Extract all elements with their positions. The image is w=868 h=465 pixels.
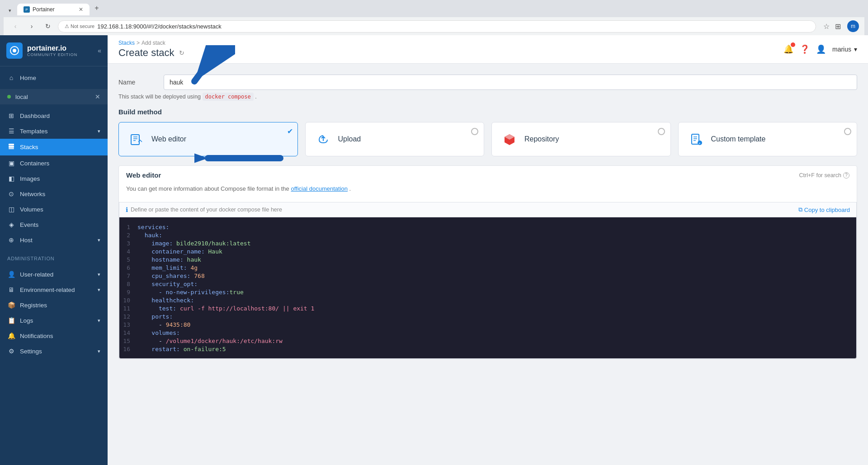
topbar-right: 🔔 ❓ 👤 marius ▾: [783, 44, 857, 54]
environment-related-icon: 🖥: [7, 286, 15, 293]
sidebar-collapse-btn[interactable]: «: [98, 47, 101, 54]
breadcrumb-stacks-link[interactable]: Stacks: [118, 40, 135, 46]
app-container: portainer.io community edition « ⌂ Home …: [0, 35, 868, 465]
line-code: healthcheck:: [137, 297, 856, 304]
env-close-btn[interactable]: ✕: [95, 93, 100, 100]
templates-icon: ☰: [7, 127, 15, 135]
logo-text: portainer.io: [27, 44, 77, 52]
sidebar-item-user-related[interactable]: 👤 User-related ▾: [0, 267, 108, 282]
breadcrumb: Stacks > Add stack: [118, 40, 184, 46]
line-code: image: bilde2910/hauk:latest: [137, 240, 856, 247]
sidebar-item-logs[interactable]: 📋 Logs ▾: [0, 313, 108, 328]
sidebar-item-containers[interactable]: ▣ Containers: [0, 155, 108, 171]
sidebar-item-label-templates: Templates: [20, 128, 48, 135]
sidebar-item-label-volumes: Volumes: [20, 206, 43, 213]
line-number: 11: [119, 305, 137, 312]
line-code: volumes:: [137, 329, 856, 336]
browser-chrome: ▾ P Portainer ✕ + ‹ › ↻ ⚠ Not secure 192…: [0, 0, 868, 35]
line-number: 10: [119, 297, 137, 304]
code-line: 5 hostname: hauk: [119, 255, 856, 263]
sidebar-item-label-containers: Containers: [20, 160, 49, 167]
help-icon[interactable]: ❓: [800, 44, 810, 54]
line-code: hauk:: [137, 232, 856, 239]
reload-btn[interactable]: ↻: [42, 20, 54, 33]
code-line: 8 security_opt:: [119, 280, 856, 288]
bookmark-btn[interactable]: ☆: [823, 22, 830, 31]
new-tab-btn[interactable]: +: [90, 3, 103, 15]
browser-tabs: ▾ P Portainer ✕ +: [4, 3, 864, 15]
code-line: 1services:: [119, 223, 856, 231]
sidebar-item-settings[interactable]: ⚙ Settings ▾: [0, 343, 108, 359]
build-method-web-editor[interactable]: ✔ Web editor: [118, 122, 298, 156]
back-btn[interactable]: ‹: [9, 20, 22, 33]
settings-icon: ⚙: [7, 348, 15, 355]
code-line: 15 - /volume1/docker/hauk:/etc/hauk:rw: [119, 337, 856, 345]
sidebar-item-dashboard[interactable]: ⊞ Dashboard: [0, 108, 108, 123]
build-method-repository[interactable]: Repository: [491, 122, 671, 156]
forward-btn[interactable]: ›: [25, 20, 38, 33]
line-code: - 9435:80: [137, 321, 856, 328]
volumes-icon: ◫: [7, 206, 15, 213]
editor-header: Web editor Ctrl+F for search ?: [119, 166, 857, 179]
sidebar-item-label-notifications: Notifications: [20, 333, 53, 339]
host-icon: ⊕: [7, 236, 15, 244]
active-tab[interactable]: P Portainer ✕: [17, 4, 90, 15]
sidebar-item-label-home: Home: [20, 75, 36, 81]
line-number: 8: [119, 281, 137, 287]
sidebar-env-local[interactable]: local ✕: [0, 89, 108, 104]
helper-text: This stack will be deployed using docker…: [118, 94, 857, 100]
address-bar[interactable]: ⚠ Not secure 192.168.1.18:9000/#!/2/dock…: [58, 20, 816, 33]
code-line: 12 ports:: [119, 312, 856, 320]
refresh-icon[interactable]: ↻: [179, 49, 184, 56]
code-line: 14 volumes:: [119, 329, 856, 337]
sidebar-item-host[interactable]: ⊕ Host ▾: [0, 232, 108, 248]
registries-icon: 📦: [7, 301, 15, 309]
home-icon: ⌂: [7, 74, 15, 81]
environment-related-expand-icon: ▾: [98, 287, 100, 293]
tab-close-btn[interactable]: ✕: [79, 6, 83, 13]
build-method-upload[interactable]: Upload: [305, 122, 485, 156]
repository-icon: [501, 131, 518, 148]
user-avatar[interactable]: m: [847, 20, 859, 32]
dashboard-icon: ⊞: [7, 112, 15, 119]
sidebar-item-stacks[interactable]: Stacks: [0, 139, 108, 155]
svg-rect-3: [9, 146, 14, 148]
sidebar-item-networks[interactable]: ⊙ Networks: [0, 186, 108, 202]
sidebar-section-env: ⊞ Dashboard ☰ Templates ▾ Stacks ▣ Conta…: [0, 104, 108, 251]
code-editor[interactable]: 1services:2 hauk:3 image: bilde2910/hauk…: [119, 217, 857, 359]
sidebar-item-templates[interactable]: ☰ Templates ▾: [0, 123, 108, 139]
sidebar-item-notifications[interactable]: 🔔 Notifications: [0, 328, 108, 343]
sidebar-item-images[interactable]: ◧ Images: [0, 171, 108, 186]
repository-radio: [658, 128, 665, 135]
sidebar-item-events[interactable]: ◈ Events: [0, 217, 108, 232]
sidebar-item-environment-related[interactable]: 🖥 Environment-related ▾: [0, 282, 108, 297]
svg-point-1: [13, 49, 16, 52]
extensions-btn[interactable]: ⊞: [835, 22, 841, 31]
profile-icon[interactable]: 👤: [816, 44, 826, 54]
svg-rect-5: [131, 135, 139, 145]
sidebar-item-registries[interactable]: 📦 Registries: [0, 297, 108, 313]
code-line: 10 healthcheck:: [119, 296, 856, 304]
copy-to-clipboard-btn[interactable]: ⧉ Copy to clipboard: [798, 206, 850, 213]
official-docs-link[interactable]: official documentation: [291, 185, 348, 192]
sidebar-item-label-registries: Registries: [20, 302, 47, 309]
web-editor-label: Web editor: [151, 135, 186, 143]
sidebar-item-label-dashboard: Dashboard: [20, 113, 50, 119]
define-hint-icon: ℹ: [126, 206, 128, 213]
name-input[interactable]: [164, 75, 857, 90]
name-form-group: Name: [118, 75, 857, 90]
images-icon: ◧: [7, 175, 15, 182]
breadcrumb-separator: >: [137, 40, 140, 46]
line-code: - no-new-privileges:true: [137, 289, 856, 296]
build-method-custom-template[interactable]: + Custom template: [678, 122, 858, 156]
notifications-bell-icon[interactable]: 🔔: [783, 44, 793, 54]
user-menu[interactable]: marius ▾: [832, 46, 857, 53]
sidebar-item-home[interactable]: ⌂ Home: [0, 70, 108, 85]
clipboard-icon: ⧉: [798, 206, 802, 213]
custom-template-label: Custom template: [711, 135, 766, 143]
tab-list-btn[interactable]: ▾: [9, 8, 11, 14]
sidebar-item-label-settings: Settings: [20, 348, 42, 355]
sidebar-item-volumes[interactable]: ◫ Volumes: [0, 202, 108, 217]
containers-icon: ▣: [7, 160, 15, 167]
notification-badge: [791, 42, 795, 47]
